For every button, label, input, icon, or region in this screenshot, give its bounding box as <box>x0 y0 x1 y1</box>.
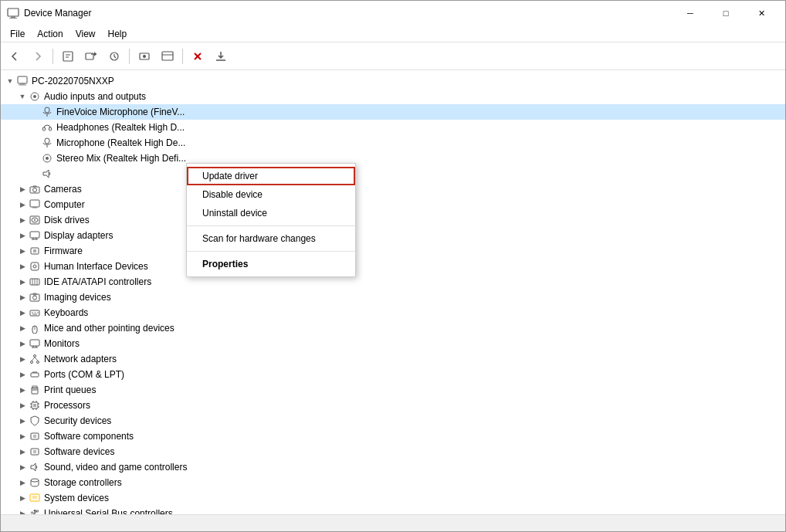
tree-label-cameras: Cameras <box>44 184 82 195</box>
tree-item-keyboards[interactable]: ▶ Keyboards <box>1 305 785 320</box>
expander-security[interactable]: ▶ <box>16 415 29 427</box>
toolbar-properties[interactable] <box>57 46 79 67</box>
expander-printqueues[interactable]: ▶ <box>16 384 29 396</box>
tree-item-headphones[interactable]: Headphones (Realtek High D... <box>1 120 785 135</box>
speaker-icon <box>41 168 53 180</box>
menu-help[interactable]: Help <box>102 27 134 41</box>
expander-sound[interactable]: ▶ <box>16 461 29 473</box>
toolbar-show-hidden[interactable] <box>134 46 155 67</box>
close-button[interactable]: ✕ <box>744 1 779 25</box>
svg-rect-3 <box>63 52 73 61</box>
tree-item-security[interactable]: ▶ Security devices <box>1 413 785 429</box>
expander-network[interactable]: ▶ <box>16 353 29 365</box>
tree-item-storage[interactable]: ▶ Storage controllers <box>1 475 785 490</box>
tree-label-imaging: Imaging devices <box>44 292 111 303</box>
software-components-icon <box>29 430 41 442</box>
toolbar-resources[interactable] <box>157 46 178 67</box>
toolbar-back[interactable] <box>4 46 25 67</box>
expander-diskdrives[interactable]: ▶ <box>16 214 29 226</box>
tree-item-root[interactable]: ▼ PC-20220705NXXP <box>1 73 785 89</box>
tree-item-monitors[interactable]: ▶ Monitors <box>1 336 785 351</box>
usb-icon <box>29 507 41 514</box>
tree-item-ports[interactable]: ▶ Ports (COM & LPT) <box>1 367 785 382</box>
expander-system[interactable]: ▶ <box>16 492 29 504</box>
expander-cameras[interactable]: ▶ <box>16 183 29 195</box>
svg-rect-1 <box>11 16 15 18</box>
menu-view[interactable]: View <box>69 27 102 41</box>
maximize-button[interactable]: □ <box>708 1 744 25</box>
ctx-update-driver-label: Update driver <box>202 171 258 181</box>
menu-action[interactable]: Action <box>31 27 69 41</box>
expander-audio[interactable]: ▼ <box>16 90 29 103</box>
toolbar-uninstall[interactable] <box>187 46 208 67</box>
svg-rect-97 <box>36 510 39 512</box>
toolbar-forward[interactable] <box>27 46 49 67</box>
tree-label-stereomix: Stereo Mix (Realtek High Defi... <box>56 153 186 164</box>
tree-label-sound: Sound, video and game controllers <box>44 462 187 473</box>
toolbar-scan[interactable] <box>103 46 125 67</box>
tree-item-network[interactable]: ▶ Network adapters <box>1 351 785 367</box>
tree-item-stereomix[interactable]: Stereo Mix (Realtek High Defi... <box>1 151 785 166</box>
expander-monitors[interactable]: ▶ <box>16 337 29 350</box>
tree-item-ide[interactable]: ▶ IDE ATA/ATAPI controllers <box>1 274 785 290</box>
tree-item-displayadapters[interactable]: ▶ Display adapters <box>1 228 785 243</box>
tree-item-system[interactable]: ▶ System devices <box>1 490 785 506</box>
toolbar-download[interactable] <box>210 46 232 67</box>
toolbar-update-driver[interactable] <box>80 46 102 67</box>
tree-item-diskdrives[interactable]: ▶ Disk drives <box>1 212 785 228</box>
expander-ide[interactable]: ▶ <box>16 276 29 288</box>
minimize-button[interactable]: ─ <box>673 1 708 25</box>
tree-item-software-devices[interactable]: ▶ Software devices <box>1 444 785 459</box>
expander-root[interactable]: ▼ <box>4 75 16 87</box>
disk-icon <box>29 214 41 226</box>
ctx-uninstall-device[interactable]: Uninstall device <box>187 204 355 222</box>
tree-item-mice[interactable]: ▶ Mice and other pointing devices <box>1 320 785 336</box>
expander-hid[interactable]: ▶ <box>16 260 29 273</box>
firmware-icon <box>29 245 41 257</box>
expander-keyboards[interactable]: ▶ <box>16 307 29 319</box>
ctx-properties[interactable]: Properties <box>187 255 355 273</box>
tree-label-displayadapters: Display adapters <box>44 230 113 241</box>
tree-label-security: Security devices <box>44 415 111 426</box>
expander-storage[interactable]: ▶ <box>16 476 29 489</box>
tree-item-processors[interactable]: ▶ Processors <box>1 398 785 413</box>
tree-label-network: Network adapters <box>44 354 117 364</box>
tree-item-firmware[interactable]: ▶ Firmware <box>1 243 785 259</box>
tree-item-sound[interactable]: ▶ Sound, video and game controllers <box>1 459 785 475</box>
expander-ports[interactable]: ▶ <box>16 368 29 381</box>
tree-item-printqueues[interactable]: ▶ Print queues <box>1 382 785 398</box>
tree-item-audio[interactable]: ▼ Audio inputs and outputs <box>1 89 785 104</box>
expander-imaging[interactable]: ▶ <box>16 291 29 303</box>
tree-item-software-components[interactable]: ▶ Software components <box>1 429 785 444</box>
ctx-scan-hardware[interactable]: Scan for hardware changes <box>187 229 355 248</box>
svg-rect-32 <box>30 200 39 207</box>
tree-item-imaging[interactable]: ▶ Imaging devices <box>1 290 785 305</box>
tree-item-usb[interactable]: ▶ Universal Serial Bus controllers <box>1 506 785 514</box>
svg-rect-75 <box>33 404 36 407</box>
tree-item-cameras[interactable]: ▶ Cameras <box>1 181 785 197</box>
expander-displayadapters[interactable]: ▶ <box>16 229 29 242</box>
tree-item-hid[interactable]: ▶ Human Interface Devices <box>1 259 785 274</box>
expander-mice[interactable]: ▶ <box>16 322 29 334</box>
expander-software-components[interactable]: ▶ <box>16 430 29 442</box>
ctx-disable-device[interactable]: Disable device <box>187 185 355 204</box>
tree-item-microphone[interactable]: Microphone (Realtek High De... <box>1 135 785 151</box>
window-title: Device Manager <box>24 8 673 19</box>
svg-rect-87 <box>31 449 39 455</box>
expander-computer[interactable]: ▶ <box>16 198 29 211</box>
ctx-update-driver[interactable]: Update driver <box>187 167 355 185</box>
hid-icon <box>29 260 41 273</box>
tree-item-finevoice[interactable]: FineVoice Microphone (FineV... <box>1 104 785 120</box>
expander-usb[interactable]: ▶ <box>16 507 29 514</box>
expander-firmware[interactable]: ▶ <box>16 245 29 257</box>
tree-item-speaker[interactable] <box>1 166 785 181</box>
expander-software-devices[interactable]: ▶ <box>16 446 29 458</box>
computer-icon <box>16 75 29 87</box>
svg-rect-44 <box>31 263 39 270</box>
ctx-uninstall-device-label: Uninstall device <box>202 208 267 219</box>
tree-label-microphone: Microphone (Realtek High De... <box>56 137 185 148</box>
menu-file[interactable]: File <box>4 27 31 41</box>
expander-processors[interactable]: ▶ <box>16 399 29 412</box>
expander-finevoice <box>29 106 41 118</box>
tree-item-computer[interactable]: ▶ Computer <box>1 197 785 212</box>
